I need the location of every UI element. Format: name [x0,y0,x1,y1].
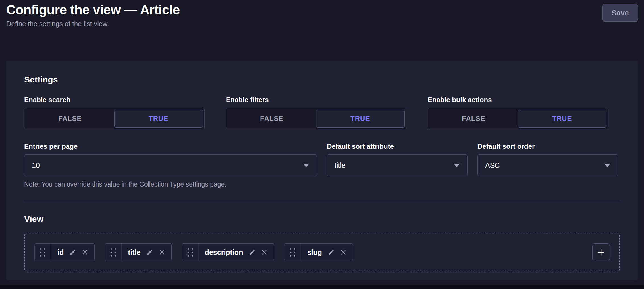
default-sort-attribute-label: Default sort attribute [327,143,468,150]
enable-filters-false-option[interactable]: FALSE [228,110,316,128]
enable-filters-true-option[interactable]: TRUE [316,110,405,128]
entries-per-page-field: Entries per page 10 [24,143,317,176]
entries-per-page-value: 10 [32,161,40,170]
plus-icon [596,247,606,257]
drag-handle-icon[interactable] [35,244,51,261]
page-header: Configure the view — Article Define the … [6,2,180,28]
close-icon[interactable] [82,249,88,255]
drag-handle-icon[interactable] [284,244,301,261]
settings-heading: Settings [24,61,620,84]
close-icon[interactable] [340,249,346,255]
settings-card: Settings Enable search FALSE TRUE Enable… [6,61,638,280]
enable-bulk-actions-field: Enable bulk actions FALSE TRUE [428,96,608,129]
chevron-down-icon [303,164,309,167]
close-icon[interactable] [159,249,165,255]
pencil-icon[interactable] [146,249,153,256]
page-subtitle: Define the settings of the list view. [6,20,180,28]
field-pill-label: title [128,248,140,257]
page-title: Configure the view — Article [6,2,180,18]
enable-search-field: Enable search FALSE TRUE [24,96,205,129]
default-sort-order-label: Default sort order [477,143,618,150]
default-sort-order-field: Default sort order ASC [477,143,618,176]
save-button[interactable]: Save [602,4,638,22]
enable-search-toggle: FALSE TRUE [24,108,205,129]
field-pill-description: description [182,243,274,261]
enable-search-false-option[interactable]: FALSE [26,110,114,128]
default-sort-attribute-field: Default sort attribute title [327,143,468,176]
select-row: Entries per page 10 Default sort attribu… [24,143,620,176]
enable-search-label: Enable search [24,96,205,104]
entries-note: Note: You can override this value in the… [24,181,620,188]
chevron-down-icon [454,164,460,167]
toggle-row: Enable search FALSE TRUE Enable filters … [24,96,620,129]
default-sort-order-value: ASC [485,161,500,170]
field-pill-title: title [105,243,171,261]
window-edge [0,285,644,289]
field-pill-label: slug [307,248,322,257]
field-pill-slug: slug [284,243,353,261]
enable-filters-field: Enable filters FALSE TRUE [226,96,406,129]
default-sort-attribute-value: title [335,161,346,170]
drag-handle-icon[interactable] [182,244,199,261]
enable-filters-toggle: FALSE TRUE [226,108,406,129]
default-sort-order-select[interactable]: ASC [477,154,618,176]
add-field-button[interactable] [592,243,610,261]
pencil-icon[interactable] [249,249,255,256]
field-pill-label: id [57,248,64,257]
drag-handle-icon[interactable] [105,244,122,261]
close-icon[interactable] [261,249,267,255]
default-sort-attribute-select[interactable]: title [327,154,468,176]
entries-per-page-label: Entries per page [24,143,317,150]
pencil-icon[interactable] [69,249,76,256]
field-pill-label: description [205,248,243,257]
view-fields-dropzone: id title [24,234,620,271]
enable-bulk-actions-toggle: FALSE TRUE [428,108,608,129]
enable-bulk-actions-true-option[interactable]: TRUE [518,110,607,128]
entries-per-page-select[interactable]: 10 [24,154,317,176]
enable-bulk-actions-label: Enable bulk actions [428,96,608,104]
pencil-icon[interactable] [328,249,335,256]
view-heading: View [24,214,620,224]
enable-search-true-option[interactable]: TRUE [114,110,203,128]
section-divider [24,202,620,202]
field-pill-id: id [34,243,95,261]
enable-filters-label: Enable filters [226,96,406,104]
chevron-down-icon [604,164,610,167]
enable-bulk-actions-false-option[interactable]: FALSE [429,110,518,128]
